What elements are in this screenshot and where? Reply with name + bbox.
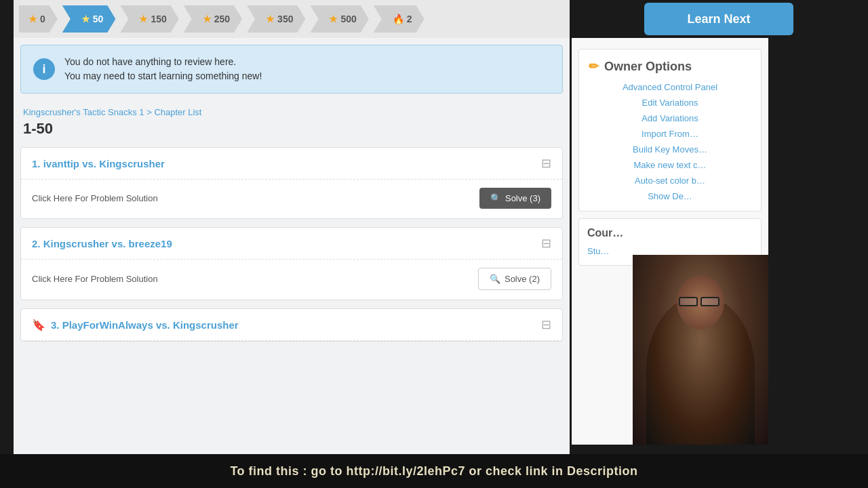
progress-bar: ★ 0 ★ 50 ★ 150 ★ 250 ★ 350 ★ 500 🔥 2 bbox=[14, 0, 570, 38]
progress-step-350[interactable]: ★ 350 bbox=[247, 5, 305, 33]
chapter-2-body: Click Here For Problem Solution 🔍 Solve … bbox=[21, 260, 562, 300]
chapter-2-solve-button[interactable]: 🔍 Solve (2) bbox=[478, 268, 551, 290]
owner-link-build[interactable]: Build Key Moves… bbox=[633, 144, 707, 155]
magnify-icon-2: 🔍 bbox=[490, 274, 500, 284]
chapter-2-menu-icon[interactable]: ⊟ bbox=[541, 236, 551, 251]
owner-options-heading: Owner Options bbox=[604, 60, 692, 74]
course-title: Cour… bbox=[587, 227, 753, 239]
info-text: You do not have anything to review here.… bbox=[64, 55, 262, 83]
star-icon-50: ★ bbox=[81, 14, 90, 24]
chapter-item-2: 2. Kingscrusher vs. breeze19 ⊟ Click Her… bbox=[20, 227, 563, 300]
star-icon-150: ★ bbox=[139, 14, 148, 24]
chapter-1-menu-icon[interactable]: ⊟ bbox=[541, 156, 551, 171]
chapter-3-header: 🔖 3. PlayForWinAlways vs. Kingscrusher ⊟ bbox=[21, 309, 562, 341]
breadcrumb: Kingscrusher's Tactic Snacks 1 > Chapter… bbox=[14, 100, 570, 119]
chapter-1-header: 1. ivanttip vs. Kingscrusher ⊟ bbox=[21, 148, 562, 180]
star-icon-250: ★ bbox=[203, 14, 212, 24]
chapter-2-header: 2. Kingscrusher vs. breeze19 ⊟ bbox=[21, 228, 562, 260]
owner-link-advanced[interactable]: Advanced Control Panel bbox=[623, 82, 717, 92]
progress-label-150: 150 bbox=[151, 14, 166, 24]
magnify-icon-1: 🔍 bbox=[490, 193, 501, 203]
chapter-3-title[interactable]: 3. PlayForWinAlways vs. Kingscrusher bbox=[51, 319, 239, 331]
progress-label-350: 350 bbox=[277, 14, 293, 24]
progress-label-500: 500 bbox=[340, 14, 356, 24]
glasses-right bbox=[701, 297, 719, 306]
chapter-item-1: 1. ivanttip vs. Kingscrusher ⊟ Click Her… bbox=[20, 147, 563, 219]
chapter-3-menu-icon[interactable]: ⊟ bbox=[541, 317, 551, 332]
info-icon: i bbox=[33, 58, 55, 80]
chapter-list: 1. ivanttip vs. Kingscrusher ⊟ Click Her… bbox=[14, 147, 570, 342]
owner-link-edit[interactable]: Edit Variations bbox=[642, 98, 698, 108]
breadcrumb-separator: > bbox=[146, 107, 154, 117]
page-title: 1-50 bbox=[14, 119, 570, 147]
owner-link-color[interactable]: Auto-set color b… bbox=[635, 176, 705, 186]
progress-label-fire: 2 bbox=[407, 14, 412, 24]
course-link-1[interactable]: Stu… bbox=[587, 246, 610, 256]
progress-step-500[interactable]: ★ 500 bbox=[310, 5, 368, 33]
owner-options-title: ✏ Owner Options bbox=[589, 59, 751, 74]
progress-step-50[interactable]: ★ 50 bbox=[62, 5, 116, 33]
glasses bbox=[679, 297, 722, 306]
chapter-2-title[interactable]: 2. Kingscrusher vs. breeze19 bbox=[32, 238, 172, 249]
chapter-2-solution-link[interactable]: Click Here For Problem Solution bbox=[32, 274, 158, 284]
progress-label-250: 250 bbox=[214, 14, 230, 24]
progress-step-250[interactable]: ★ 250 bbox=[184, 5, 242, 33]
bottom-banner: To find this : go to http://bit.ly/2IehP… bbox=[0, 454, 868, 488]
top-right-area: Learn Next bbox=[570, 0, 868, 38]
chapter-item-3: 🔖 3. PlayForWinAlways vs. Kingscrusher ⊟ bbox=[20, 308, 563, 342]
bookmark-icon-3: 🔖 bbox=[32, 319, 45, 331]
progress-step-0[interactable]: ★ 0 bbox=[19, 5, 58, 33]
info-banner: i You do not have anything to review her… bbox=[20, 45, 563, 94]
webcam-feed bbox=[633, 255, 768, 445]
owner-options-links: Advanced Control Panel Edit Variations A… bbox=[589, 82, 751, 201]
chapter-1-title[interactable]: 1. ivanttip vs. Kingscrusher bbox=[32, 158, 165, 169]
webcam-overlay bbox=[633, 255, 768, 445]
progress-label-0: 0 bbox=[40, 14, 45, 24]
main-content: i You do not have anything to review her… bbox=[14, 38, 570, 454]
fire-icon: 🔥 bbox=[393, 14, 404, 24]
right-sidebar: ✏ Owner Options Advanced Control Panel E… bbox=[572, 38, 768, 445]
breadcrumb-link-1[interactable]: Kingscrusher's Tactic Snacks 1 bbox=[23, 107, 144, 117]
progress-label-50: 50 bbox=[93, 14, 104, 24]
owner-link-import[interactable]: Import From… bbox=[642, 129, 698, 139]
chapter-1-solution-link[interactable]: Click Here For Problem Solution bbox=[32, 193, 158, 203]
owner-link-show[interactable]: Show De… bbox=[648, 191, 692, 201]
chapter-1-body: Click Here For Problem Solution 🔍 Solve … bbox=[21, 180, 562, 218]
learn-next-button[interactable]: Learn Next bbox=[644, 3, 793, 35]
owner-link-text[interactable]: Make new text c… bbox=[634, 160, 707, 170]
star-icon-350: ★ bbox=[266, 14, 275, 24]
chapter-1-solve-button[interactable]: 🔍 Solve (3) bbox=[479, 188, 551, 209]
glasses-left bbox=[679, 297, 698, 306]
star-icon-0: ★ bbox=[28, 14, 37, 24]
star-icon-500: ★ bbox=[329, 14, 338, 24]
progress-step-150[interactable]: ★ 150 bbox=[120, 5, 178, 33]
owner-link-add[interactable]: Add Variations bbox=[642, 113, 698, 123]
progress-step-fire[interactable]: 🔥 2 bbox=[374, 5, 425, 33]
bottom-banner-text: To find this : go to http://bit.ly/2IehP… bbox=[230, 464, 637, 479]
pencil-icon: ✏ bbox=[589, 59, 599, 74]
breadcrumb-link-2[interactable]: Chapter List bbox=[154, 107, 201, 117]
owner-options-panel: ✏ Owner Options Advanced Control Panel E… bbox=[578, 49, 762, 211]
